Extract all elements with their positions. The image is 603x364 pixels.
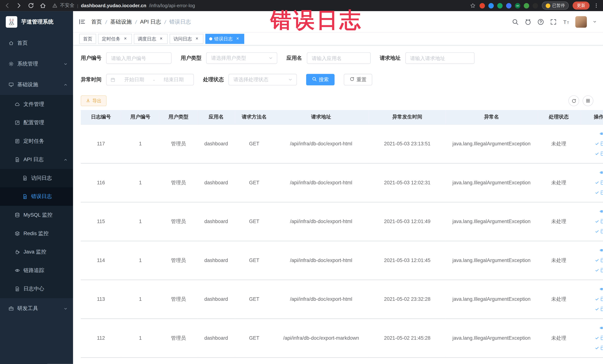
chevron-down-icon[interactable]: [593, 20, 597, 24]
extension-icon[interactable]: [497, 3, 502, 8]
detail-link[interactable]: 详细: [600, 168, 603, 177]
user-type-select[interactable]: 请选择用户类型: [206, 52, 277, 64]
request-url-input[interactable]: [405, 52, 474, 64]
app-name-input[interactable]: [307, 52, 370, 64]
ignored-link[interactable]: 已忽略: [595, 188, 603, 197]
browser-update-button[interactable]: 更新: [573, 1, 590, 10]
cell-exception: java.lang.IllegalArgumentException: [446, 124, 537, 163]
browser-menu-icon[interactable]: [593, 3, 599, 9]
font-size-icon[interactable]: TT: [563, 18, 569, 25]
cell-actions: 详细已处理已忽略: [580, 318, 603, 357]
ignored-link[interactable]: 已忽略: [595, 343, 603, 353]
sidebar-item-infra[interactable]: 基础设施: [0, 74, 73, 95]
sidebar-item-java[interactable]: Java 监控: [0, 243, 73, 261]
fullscreen-icon[interactable]: [550, 18, 557, 25]
extension-icon[interactable]: [506, 3, 511, 8]
exception-time-range-picker[interactable]: 开始日期 - 结束日期: [106, 74, 194, 85]
process-status-select[interactable]: 请选择处理状态: [228, 74, 297, 85]
tab-access-log[interactable]: 访问日志×: [170, 34, 204, 44]
refresh-table-button[interactable]: [568, 95, 579, 106]
app-logo[interactable]: 🐰 芋道管理系统: [0, 11, 73, 33]
ignored-link[interactable]: 已忽略: [595, 149, 603, 159]
browser-right-controls: on 已暂停 更新: [470, 1, 599, 10]
tab-home[interactable]: 首页: [79, 34, 96, 44]
sidebar-item-config[interactable]: 配置管理: [0, 114, 73, 132]
extension-icon[interactable]: on: [515, 3, 520, 8]
breadcrumb-item-infra[interactable]: 基础设施: [110, 18, 132, 25]
bookmark-star-icon[interactable]: [470, 3, 476, 9]
extension-icon[interactable]: [488, 3, 494, 8]
processed-link[interactable]: 已处理: [595, 178, 603, 187]
tab-error-log[interactable]: 错误日志×: [205, 34, 244, 44]
tab-close-icon[interactable]: ×: [159, 36, 164, 42]
column-settings-button[interactable]: [583, 95, 593, 106]
tab-close-icon[interactable]: ×: [194, 36, 200, 42]
search-icon[interactable]: [512, 18, 519, 25]
breadcrumb-item-api-log[interactable]: API 日志: [140, 18, 161, 25]
navbar-actions: TT: [512, 16, 597, 27]
extension-icon[interactable]: [480, 3, 485, 8]
processed-link[interactable]: 已处理: [595, 256, 603, 265]
breadcrumb-item-home[interactable]: 首页: [91, 18, 102, 25]
address-bar[interactable]: 不安全 | dashboard.yudao.iocoder.cn/infra/l…: [52, 2, 467, 9]
sidebar-item-access-log[interactable]: 访问日志: [0, 169, 73, 188]
processed-link[interactable]: 已处理: [595, 294, 603, 304]
browser-forward-icon[interactable]: [16, 2, 22, 9]
ignored-link[interactable]: 已忽略: [595, 227, 603, 236]
tab-job[interactable]: 定时任务×: [98, 34, 132, 44]
sidebar-item-redis[interactable]: Redis 监控: [0, 224, 73, 243]
sidebar-item-log-center[interactable]: 日志中心: [0, 280, 73, 298]
tab-close-icon[interactable]: ×: [123, 36, 128, 42]
sidebar-item-error-log[interactable]: 错误日志: [0, 187, 73, 206]
github-icon[interactable]: [525, 18, 532, 25]
user-id-input[interactable]: [106, 52, 172, 64]
paused-badge[interactable]: 已暂停: [542, 1, 569, 10]
browser-back-icon[interactable]: [4, 2, 10, 9]
detail-link[interactable]: 详细: [600, 284, 603, 294]
detail-link[interactable]: 详细: [600, 207, 603, 216]
browser-reload-icon[interactable]: [28, 2, 34, 9]
sidebar-item-mysql[interactable]: MySQL 监控: [0, 206, 73, 224]
cell-status: 未处理: [537, 280, 580, 318]
search-button[interactable]: 搜索: [306, 74, 335, 85]
sidebar-item-api-log[interactable]: API 日志: [0, 150, 73, 169]
detail-link[interactable]: 详细: [600, 246, 603, 255]
detail-link[interactable]: 详细: [600, 323, 603, 333]
extension-icon[interactable]: [533, 3, 538, 8]
tab-job-log[interactable]: 调度日志×: [134, 34, 168, 44]
cloud-icon: [15, 102, 20, 107]
date-separator: -: [153, 77, 155, 82]
processed-link[interactable]: 已处理: [595, 333, 603, 343]
sidebar-item-system[interactable]: 系统管理: [0, 53, 73, 74]
cell-time: 2021-05-02 21:45:28: [369, 318, 446, 357]
detail-link[interactable]: 详细: [600, 129, 603, 139]
export-button[interactable]: 导出: [81, 95, 107, 106]
cell-time: 2021-05-02 23:32:28: [369, 280, 446, 318]
document-icon: [22, 176, 28, 181]
avatar[interactable]: [575, 16, 587, 27]
extension-icon[interactable]: [524, 3, 529, 8]
processed-link[interactable]: 已处理: [595, 139, 603, 149]
sidebar-item-file[interactable]: 文件管理: [0, 95, 73, 114]
sidebar-item-job[interactable]: 定时任务: [0, 132, 73, 151]
column-header-method: 请求方法名: [235, 110, 273, 124]
table-row: 1161管理员dashboardGET/api/infra/db-doc/exp…: [81, 163, 603, 202]
sidebar-item-label: API 日志: [23, 156, 60, 163]
sidebar-item-label: 访问日志: [31, 175, 68, 182]
tab-close-icon[interactable]: ×: [235, 36, 240, 42]
sidebar-item-dev-tools[interactable]: 研发工具: [0, 298, 73, 319]
chevron-up-icon: [63, 158, 68, 162]
browser-home-icon[interactable]: [40, 2, 46, 9]
sidebar-item-trace[interactable]: 链路追踪: [0, 261, 73, 280]
reset-button[interactable]: 重置: [344, 74, 372, 85]
start-date-placeholder: 开始日期: [118, 76, 150, 83]
browser-nav-buttons: [4, 2, 46, 9]
layers-icon: [15, 231, 20, 236]
processed-link[interactable]: 已处理: [595, 217, 603, 226]
sidebar-toggle-icon[interactable]: [78, 18, 86, 25]
cell-exception: java.lang.IllegalArgumentException: [446, 202, 537, 241]
help-icon[interactable]: [537, 18, 544, 25]
ignored-link[interactable]: 已忽略: [595, 304, 603, 314]
ignored-link[interactable]: 已忽略: [595, 265, 603, 275]
sidebar-item-home[interactable]: 首页: [0, 33, 73, 53]
